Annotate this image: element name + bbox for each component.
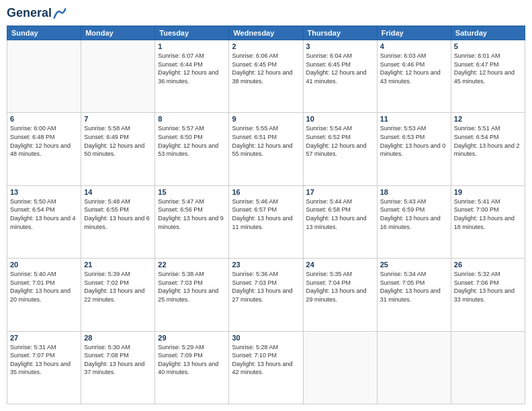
day-number: 5 [454, 42, 522, 50]
calendar-week-row: 27Sunrise: 5:31 AM Sunset: 7:07 PM Dayli… [7, 331, 525, 404]
day-info: Sunrise: 5:46 AM Sunset: 6:57 PM Dayligh… [232, 197, 300, 231]
day-info: Sunrise: 5:50 AM Sunset: 6:54 PM Dayligh… [10, 197, 78, 231]
logo-text: General [7, 7, 52, 20]
day-info: Sunrise: 5:57 AM Sunset: 6:50 PM Dayligh… [158, 124, 226, 158]
calendar-cell: 22Sunrise: 5:38 AM Sunset: 7:03 PM Dayli… [155, 259, 229, 331]
weekday-header: Tuesday [155, 26, 229, 40]
day-number: 12 [454, 115, 522, 123]
day-info: Sunrise: 5:58 AM Sunset: 6:49 PM Dayligh… [84, 124, 152, 158]
weekday-header: Sunday [7, 26, 81, 40]
calendar-cell: 30Sunrise: 5:28 AM Sunset: 7:10 PM Dayli… [229, 331, 303, 404]
day-info: Sunrise: 5:32 AM Sunset: 7:06 PM Dayligh… [454, 270, 522, 304]
calendar-cell: 1Sunrise: 6:07 AM Sunset: 6:44 PM Daylig… [155, 40, 229, 113]
day-number: 30 [232, 334, 300, 342]
calendar-cell: 5Sunrise: 6:01 AM Sunset: 6:47 PM Daylig… [451, 40, 525, 113]
day-number: 8 [158, 115, 226, 123]
day-info: Sunrise: 5:41 AM Sunset: 7:00 PM Dayligh… [454, 197, 522, 231]
calendar-cell [451, 331, 525, 404]
day-number: 27 [10, 334, 78, 342]
day-number: 26 [454, 261, 522, 269]
calendar-cell: 6Sunrise: 6:00 AM Sunset: 6:48 PM Daylig… [7, 113, 81, 185]
calendar-cell: 12Sunrise: 5:51 AM Sunset: 6:54 PM Dayli… [451, 113, 525, 185]
day-info: Sunrise: 5:36 AM Sunset: 7:03 PM Dayligh… [232, 270, 300, 304]
page: General SundayMondayTuesdayWednesdayThur… [0, 0, 532, 411]
day-info: Sunrise: 5:39 AM Sunset: 7:02 PM Dayligh… [84, 270, 152, 304]
day-info: Sunrise: 5:51 AM Sunset: 6:54 PM Dayligh… [454, 124, 522, 158]
calendar-cell [303, 331, 377, 404]
day-info: Sunrise: 5:55 AM Sunset: 6:51 PM Dayligh… [232, 124, 300, 158]
day-info: Sunrise: 5:40 AM Sunset: 7:01 PM Dayligh… [10, 270, 78, 304]
calendar-cell: 19Sunrise: 5:41 AM Sunset: 7:00 PM Dayli… [451, 185, 525, 258]
day-info: Sunrise: 6:03 AM Sunset: 6:46 PM Dayligh… [380, 52, 448, 85]
calendar-week-row: 13Sunrise: 5:50 AM Sunset: 6:54 PM Dayli… [7, 185, 525, 258]
calendar-cell: 29Sunrise: 5:29 AM Sunset: 7:09 PM Dayli… [155, 331, 229, 404]
calendar-week-row: 1Sunrise: 6:07 AM Sunset: 6:44 PM Daylig… [7, 40, 525, 113]
calendar-cell: 9Sunrise: 5:55 AM Sunset: 6:51 PM Daylig… [229, 113, 303, 185]
day-number: 22 [158, 261, 226, 269]
calendar-week-row: 20Sunrise: 5:40 AM Sunset: 7:01 PM Dayli… [7, 259, 525, 331]
calendar-cell: 15Sunrise: 5:47 AM Sunset: 6:56 PM Dayli… [155, 185, 229, 258]
day-info: Sunrise: 5:31 AM Sunset: 7:07 PM Dayligh… [10, 343, 78, 377]
calendar-cell: 17Sunrise: 5:44 AM Sunset: 6:58 PM Dayli… [303, 185, 377, 258]
day-info: Sunrise: 5:35 AM Sunset: 7:04 PM Dayligh… [306, 270, 374, 304]
calendar-cell: 16Sunrise: 5:46 AM Sunset: 6:57 PM Dayli… [229, 185, 303, 258]
calendar-cell [7, 40, 81, 113]
day-info: Sunrise: 5:34 AM Sunset: 7:05 PM Dayligh… [380, 270, 448, 304]
calendar-cell: 14Sunrise: 5:48 AM Sunset: 6:55 PM Dayli… [81, 185, 155, 258]
day-number: 15 [158, 188, 226, 196]
day-info: Sunrise: 5:47 AM Sunset: 6:56 PM Dayligh… [158, 197, 226, 231]
day-info: Sunrise: 6:01 AM Sunset: 6:47 PM Dayligh… [454, 52, 522, 85]
day-number: 10 [306, 115, 374, 123]
calendar-cell: 3Sunrise: 6:04 AM Sunset: 6:45 PM Daylig… [303, 40, 377, 113]
day-number: 21 [84, 261, 152, 269]
weekday-header: Monday [81, 26, 155, 40]
calendar-cell: 8Sunrise: 5:57 AM Sunset: 6:50 PM Daylig… [155, 113, 229, 185]
day-number: 2 [232, 42, 300, 50]
day-info: Sunrise: 5:29 AM Sunset: 7:09 PM Dayligh… [158, 343, 226, 377]
day-number: 19 [454, 188, 522, 196]
calendar-week-row: 6Sunrise: 6:00 AM Sunset: 6:48 PM Daylig… [7, 113, 525, 185]
day-number: 3 [306, 42, 374, 50]
weekday-header: Wednesday [229, 26, 303, 40]
calendar-cell: 20Sunrise: 5:40 AM Sunset: 7:01 PM Dayli… [7, 259, 81, 331]
calendar-cell: 24Sunrise: 5:35 AM Sunset: 7:04 PM Dayli… [303, 259, 377, 331]
calendar-cell: 10Sunrise: 5:54 AM Sunset: 6:52 PM Dayli… [303, 113, 377, 185]
day-info: Sunrise: 6:06 AM Sunset: 6:45 PM Dayligh… [232, 52, 300, 85]
calendar-table: SundayMondayTuesdayWednesdayThursdayFrid… [7, 26, 525, 404]
day-number: 16 [232, 188, 300, 196]
calendar-cell: 7Sunrise: 5:58 AM Sunset: 6:49 PM Daylig… [81, 113, 155, 185]
day-info: Sunrise: 5:30 AM Sunset: 7:08 PM Dayligh… [84, 343, 152, 377]
day-number: 1 [158, 42, 226, 50]
day-number: 23 [232, 261, 300, 269]
day-number: 28 [84, 334, 152, 342]
calendar-cell: 28Sunrise: 5:30 AM Sunset: 7:08 PM Dayli… [81, 331, 155, 404]
day-info: Sunrise: 5:44 AM Sunset: 6:58 PM Dayligh… [306, 197, 374, 231]
calendar-cell: 23Sunrise: 5:36 AM Sunset: 7:03 PM Dayli… [229, 259, 303, 331]
day-number: 6 [10, 115, 78, 123]
day-number: 20 [10, 261, 78, 269]
day-info: Sunrise: 5:43 AM Sunset: 6:59 PM Dayligh… [380, 197, 448, 231]
day-info: Sunrise: 5:54 AM Sunset: 6:52 PM Dayligh… [306, 124, 374, 158]
day-number: 24 [306, 261, 374, 269]
calendar-cell [81, 40, 155, 113]
day-number: 9 [232, 115, 300, 123]
weekday-header: Thursday [303, 26, 377, 40]
calendar-header-row: SundayMondayTuesdayWednesdayThursdayFrid… [7, 26, 525, 40]
day-number: 29 [158, 334, 226, 342]
calendar-cell: 18Sunrise: 5:43 AM Sunset: 6:59 PM Dayli… [377, 185, 451, 258]
calendar-cell [377, 331, 451, 404]
calendar-cell: 13Sunrise: 5:50 AM Sunset: 6:54 PM Dayli… [7, 185, 81, 258]
day-number: 17 [306, 188, 374, 196]
day-number: 13 [10, 188, 78, 196]
day-number: 7 [84, 115, 152, 123]
calendar-cell: 25Sunrise: 5:34 AM Sunset: 7:05 PM Dayli… [377, 259, 451, 331]
day-info: Sunrise: 6:04 AM Sunset: 6:45 PM Dayligh… [306, 52, 374, 85]
day-info: Sunrise: 5:53 AM Sunset: 6:53 PM Dayligh… [380, 124, 448, 158]
day-number: 25 [380, 261, 448, 269]
logo: General [7, 7, 66, 20]
day-number: 18 [380, 188, 448, 196]
calendar-cell: 27Sunrise: 5:31 AM Sunset: 7:07 PM Dayli… [7, 331, 81, 404]
day-number: 14 [84, 188, 152, 196]
weekday-header: Saturday [451, 26, 525, 40]
day-info: Sunrise: 6:00 AM Sunset: 6:48 PM Dayligh… [10, 124, 78, 158]
